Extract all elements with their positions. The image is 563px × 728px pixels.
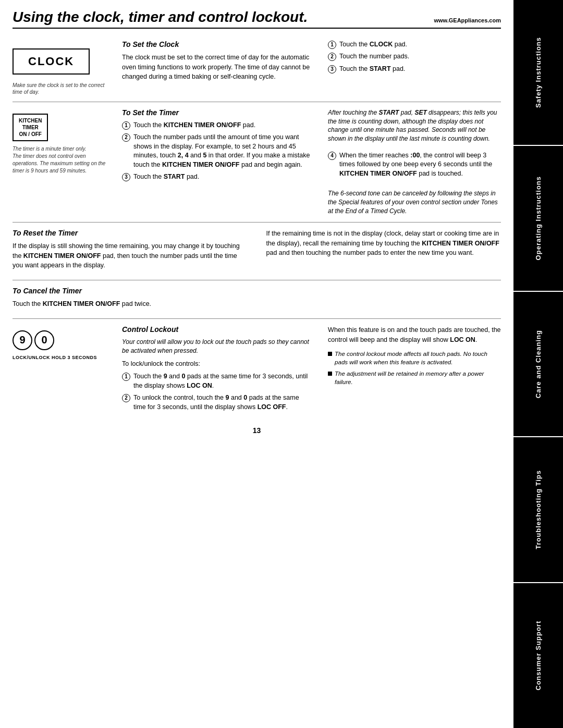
clock-section: CLOCK Make sure the clock is set to the … — [13, 34, 501, 102]
lockout-section-middle: Control Lockout Your control will allow … — [122, 325, 317, 415]
step-num-2: 2 — [328, 53, 336, 61]
timer-label-2: TIMER — [19, 124, 42, 131]
sidebar-label-operating: Operating Instructions — [534, 176, 543, 260]
cancel-timer-content: To Cancel the Timer Touch the KITCHEN TI… — [13, 287, 501, 312]
lockout-to-lock-label: To lock/unlock the controls: — [122, 359, 312, 369]
clock-section-middle: To Set the Clock The clock must be set t… — [122, 40, 317, 95]
lockout-bullet-2: The adjustment will be retained in memor… — [328, 369, 501, 386]
reset-timer-title: To Reset the Timer — [13, 229, 248, 237]
reset-timer-body-left: If the display is still showing the time… — [13, 241, 248, 270]
timer-step-num-4: 4 — [328, 152, 336, 160]
clock-steps: 1 Touch the CLOCK pad. 2 Touch the numbe… — [328, 40, 501, 74]
bullet-icon-1 — [328, 352, 332, 356]
timer-step-num-3: 3 — [122, 173, 130, 181]
cancel-timer-section: To Cancel the Timer Touch the KITCHEN TI… — [13, 280, 501, 319]
sidebar-care: Care and Cleaning — [513, 292, 563, 438]
bullet-icon-2 — [328, 372, 332, 376]
timer-section-right: After touching the START pad, SET disapp… — [323, 108, 501, 216]
timer-step-num-2: 2 — [122, 133, 130, 142]
lockout-bullet-1: The control lockout mode affects all tou… — [328, 350, 501, 366]
timer-step4-list: 4 When the timer reaches :00, the contro… — [328, 151, 501, 179]
timer-label-3: ON / OFF — [19, 131, 42, 138]
timer-section-middle: To Set the Timer 1 Touch the KITCHEN TIM… — [122, 108, 317, 216]
lock-caption: LOCK/UNLOCK HOLD 3 SECONDS — [13, 355, 97, 360]
reset-timer-right: If the remaining time is not in the disp… — [261, 229, 501, 274]
clock-caption: Make sure the clock is set to the correc… — [13, 82, 112, 95]
lock-label-9: 9 — [19, 334, 25, 346]
lockout-italic-intro: Your control will allow you to lock out … — [122, 338, 312, 355]
timer-right-italic2: The 6-second tone can be canceled by fol… — [328, 189, 501, 215]
sidebar-label-consumer: Consumer Support — [534, 621, 543, 690]
clock-step-3: 3 Touch the START pad. — [328, 65, 501, 74]
timer-right-italic: After touching the START pad, SET disapp… — [328, 108, 501, 143]
timer-step-1: 1 Touch the KITCHEN TIMER ON/OFF pad. — [122, 121, 312, 130]
step-num-1: 1 — [328, 41, 336, 49]
timer-label-1: KITCHEN — [19, 117, 42, 124]
timer-icon-box: KITCHEN TIMER ON / OFF — [13, 114, 48, 141]
sidebar-label-safety: Safety Instructions — [534, 37, 543, 108]
sidebar-safety: Safety Instructions — [513, 0, 563, 146]
sidebar-label-care: Care and Cleaning — [534, 330, 543, 398]
cancel-timer-body: Touch the KITCHEN TIMER ON/OFF pad twice… — [13, 299, 501, 309]
sidebar-consumer: Consumer Support — [513, 583, 563, 728]
clock-section-left: CLOCK Make sure the clock is set to the … — [13, 40, 117, 95]
lockout-section-right: When this feature is on and the touch pa… — [323, 325, 501, 415]
sidebar-operating: Operating Instructions — [513, 146, 563, 292]
timer-section-left: KITCHEN TIMER ON / OFF The timer is a mi… — [13, 108, 117, 216]
right-sidebar: Safety Instructions Operating Instructio… — [513, 0, 563, 728]
lockout-step-2: 2 To unlock the control, touch the 9 and… — [122, 393, 312, 412]
sidebar-troubleshooting: Troubleshooting Tips — [513, 437, 563, 583]
clock-section-title: To Set the Clock — [122, 40, 312, 48]
lockout-step-1: 1 Touch the 9 and 0 pads at the same tim… — [122, 372, 312, 390]
page-title: Using the clock, timer and control locko… — [13, 9, 308, 26]
lockout-bullets: The control lockout mode affects all tou… — [328, 350, 501, 386]
page-number: 13 — [13, 426, 501, 440]
lock-icon-0: 0 — [34, 330, 54, 350]
timer-step-3: 3 Touch the START pad. — [122, 172, 312, 182]
step-num-3: 3 — [328, 65, 336, 73]
lockout-step-num-1: 1 — [122, 373, 130, 381]
website-url: www.GEAppliances.com — [434, 17, 501, 26]
timer-step-2: 2 Touch the number pads until the amount… — [122, 133, 312, 169]
timer-caption: The timer is a minute timer only. The ti… — [13, 145, 112, 175]
sidebar-label-troubleshooting: Troubleshooting Tips — [534, 470, 543, 549]
lockout-section-left: 9 0 LOCK/UNLOCK HOLD 3 SECONDS — [13, 325, 117, 415]
reset-timer-section: To Reset the Timer If the display is sti… — [13, 223, 501, 280]
page-header: Using the clock, timer and control locko… — [13, 9, 501, 29]
timer-section-title: To Set the Timer — [122, 108, 312, 117]
lock-icon-9: 9 — [13, 330, 32, 350]
clock-step-1: 1 Touch the CLOCK pad. — [328, 40, 501, 50]
clock-section-right: 1 Touch the CLOCK pad. 2 Touch the numbe… — [323, 40, 501, 95]
clock-body: The clock must be set to the correct tim… — [122, 53, 312, 82]
clock-step-2: 2 Touch the number pads. — [328, 52, 501, 61]
lockout-right-body: When this feature is on and the touch pa… — [328, 325, 501, 345]
timer-section: KITCHEN TIMER ON / OFF The timer is a mi… — [13, 102, 501, 223]
lockout-title: Control Lockout — [122, 325, 312, 334]
clock-label: CLOCK — [28, 55, 74, 68]
cancel-timer-title: To Cancel the Timer — [13, 287, 501, 295]
lockout-step-num-2: 2 — [122, 394, 130, 402]
lock-label-0: 0 — [41, 334, 47, 346]
clock-icon-box: CLOCK — [13, 48, 90, 75]
reset-timer-left: To Reset the Timer If the display is sti… — [13, 229, 256, 274]
reset-timer-body-right: If the remaining time is not in the disp… — [266, 229, 501, 258]
timer-steps-left: 1 Touch the KITCHEN TIMER ON/OFF pad. 2 … — [122, 121, 312, 182]
lock-icons: 9 0 — [13, 330, 54, 350]
lockout-steps: 1 Touch the 9 and 0 pads at the same tim… — [122, 372, 312, 412]
timer-step-4: 4 When the timer reaches :00, the contro… — [328, 151, 501, 179]
control-lockout-section: 9 0 LOCK/UNLOCK HOLD 3 SECONDS Control L… — [13, 319, 501, 421]
timer-step-num-1: 1 — [122, 121, 130, 130]
